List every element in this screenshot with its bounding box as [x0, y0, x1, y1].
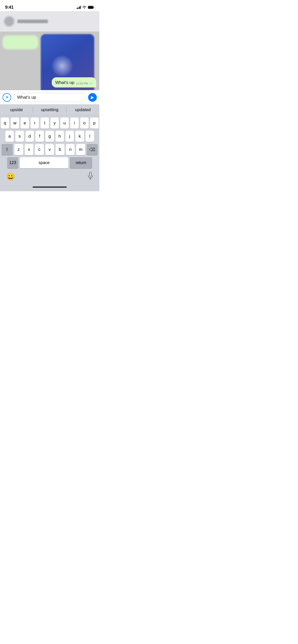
- key-v[interactable]: v: [45, 144, 54, 155]
- key-y[interactable]: y: [50, 118, 59, 129]
- shift-icon: ⇧: [5, 147, 9, 152]
- shift-key[interactable]: ⇧: [2, 144, 13, 155]
- battery-icon: [88, 6, 94, 9]
- chat-header-blur: [0, 11, 99, 32]
- key-g[interactable]: g: [45, 131, 54, 142]
- contact-name-blur: [17, 20, 48, 23]
- key-o[interactable]: o: [80, 118, 89, 129]
- outgoing-message-container: What's up 12:59 PM ✓✓: [52, 77, 96, 87]
- key-l[interactable]: l: [86, 131, 94, 142]
- key-u[interactable]: u: [60, 118, 69, 129]
- contact-avatar: [4, 16, 14, 26]
- keyboard: q w e r t y u i o p a s d f g h j k l ⇧ …: [0, 115, 99, 169]
- key-i[interactable]: i: [70, 118, 79, 129]
- home-indicator: [0, 183, 99, 191]
- key-x[interactable]: x: [25, 144, 34, 155]
- bubble-timestamp: 12:59 PM: [76, 82, 88, 85]
- key-h[interactable]: h: [56, 131, 64, 142]
- key-d[interactable]: d: [25, 131, 34, 142]
- svg-rect-2: [89, 172, 91, 177]
- key-n[interactable]: n: [66, 144, 75, 155]
- key-q[interactable]: q: [1, 118, 9, 129]
- key-z[interactable]: z: [14, 144, 23, 155]
- clear-icon: ✕: [5, 95, 9, 99]
- key-r[interactable]: r: [31, 118, 39, 129]
- key-p[interactable]: p: [90, 118, 99, 129]
- send-icon: ▶: [91, 95, 94, 99]
- input-bar: ✕ ▶: [0, 90, 99, 104]
- keyboard-bottom-bar: 😀: [0, 169, 99, 183]
- read-receipt-icon: ✓✓: [89, 82, 93, 85]
- incoming-bubble-blur: [3, 35, 38, 49]
- chat-area: What's up 12:59 PM ✓✓: [0, 11, 99, 90]
- home-bar: [33, 186, 67, 188]
- status-time: 9:41: [5, 5, 13, 10]
- key-e[interactable]: e: [21, 118, 29, 129]
- signal-bars-icon: [77, 6, 81, 9]
- wifi-icon: [82, 5, 86, 10]
- keyboard-row-3: ⇧ z x c v b n m ⌫: [1, 144, 99, 155]
- outgoing-bubble: What's up 12:59 PM ✓✓: [52, 77, 96, 87]
- message-input[interactable]: [17, 95, 82, 100]
- key-a[interactable]: a: [5, 131, 14, 142]
- keyboard-row-2: a s d f g h j k l: [1, 131, 99, 142]
- autocomplete-suggestion-1[interactable]: upside: [0, 104, 33, 115]
- delete-key[interactable]: ⌫: [87, 144, 98, 155]
- bubble-message-text: What's up: [55, 80, 74, 85]
- autocomplete-suggestion-3[interactable]: updated: [66, 104, 99, 115]
- message-input-wrapper: [13, 93, 86, 102]
- status-icons: [77, 5, 94, 10]
- status-bar: 9:41: [0, 0, 99, 11]
- emoji-button[interactable]: 😀: [6, 172, 15, 181]
- keyboard-row-1: q w e r t y u i o p: [1, 118, 99, 129]
- key-j[interactable]: j: [65, 131, 74, 142]
- autocomplete-suggestion-2[interactable]: upsetting: [33, 104, 66, 115]
- backspace-icon: ⌫: [89, 147, 95, 152]
- key-m[interactable]: m: [76, 144, 85, 155]
- autocomplete-bar: upside upsetting updated: [0, 104, 99, 115]
- return-key[interactable]: return: [70, 157, 92, 168]
- keyboard-row-4: 123 space return: [1, 157, 99, 168]
- bubble-meta: 12:59 PM ✓✓: [76, 82, 93, 85]
- key-t[interactable]: t: [40, 118, 49, 129]
- microphone-button[interactable]: [88, 172, 93, 181]
- key-s[interactable]: s: [15, 131, 24, 142]
- key-k[interactable]: k: [75, 131, 84, 142]
- space-key[interactable]: space: [20, 157, 68, 168]
- key-f[interactable]: f: [35, 131, 44, 142]
- send-button[interactable]: ▶: [88, 93, 97, 102]
- svg-rect-1: [88, 6, 93, 9]
- numbers-key[interactable]: 123: [7, 157, 18, 168]
- key-c[interactable]: c: [35, 144, 44, 155]
- clear-button[interactable]: ✕: [3, 93, 11, 102]
- key-w[interactable]: w: [11, 118, 19, 129]
- key-b[interactable]: b: [56, 144, 64, 155]
